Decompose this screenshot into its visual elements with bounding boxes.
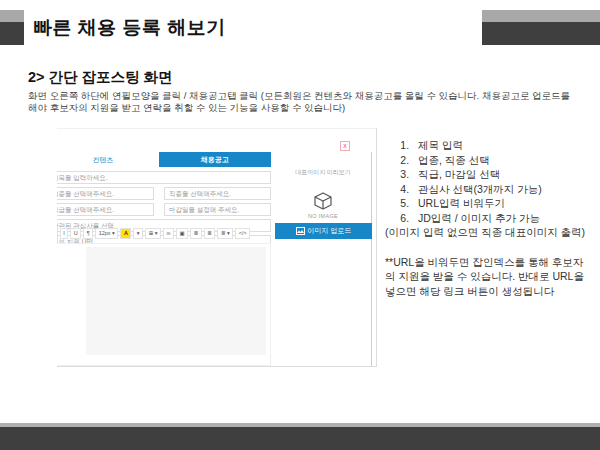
step-item: JD입력 / 이미지 추가 가능 bbox=[412, 211, 597, 226]
section-body: 화면 오른쪽 하단에 연필모양을 클릭 / 채용공고탭 클릭 (모든회원은 컨텐… bbox=[28, 90, 580, 113]
top-left-decoration-light bbox=[0, 10, 24, 22]
image-preview-panel: 대표이미지 미리보기 NO IMAGE 이미지 업로드 bbox=[275, 152, 372, 367]
align-left-button[interactable]: ≣ bbox=[190, 228, 202, 239]
title-input[interactable] bbox=[57, 171, 271, 184]
position-select[interactable] bbox=[57, 203, 154, 216]
step-item: 제목 입력 bbox=[412, 138, 597, 153]
top-right-decoration-light bbox=[482, 10, 600, 22]
image-icon bbox=[296, 227, 305, 235]
industry-select[interactable] bbox=[57, 187, 154, 200]
top-right-decoration-dark bbox=[482, 22, 600, 45]
font-size-select[interactable]: 12px ▾ bbox=[95, 228, 118, 239]
close-button[interactable]: x bbox=[340, 141, 350, 151]
tab-contents[interactable]: 컨텐츠 bbox=[57, 152, 159, 167]
no-image-label: NO IMAGE bbox=[275, 213, 371, 219]
code-view-button[interactable]: </> bbox=[235, 228, 250, 239]
image-upload-label: 이미지 업로드 bbox=[308, 226, 352, 236]
image-insert-button[interactable]: ▣ bbox=[176, 228, 188, 239]
tab-job-posting[interactable]: 채용공고 bbox=[159, 152, 271, 167]
preview-label: 대표이미지 미리보기 bbox=[275, 168, 371, 177]
deadline-input[interactable] bbox=[164, 203, 271, 216]
top-left-decoration-dark bbox=[0, 22, 24, 45]
jd-editor-area[interactable] bbox=[57, 243, 271, 366]
bold-button[interactable]: B bbox=[57, 228, 58, 239]
link-button[interactable]: ∞ bbox=[163, 228, 174, 239]
paragraph-button[interactable]: ¶ bbox=[83, 228, 93, 239]
editor-toolbar: B I U ¶ 12px ▾ A ▾ ⊞ ▾ ∞ ▣ ≣ ≣ ≣ ▾ </> bbox=[57, 228, 271, 239]
url-note: **URL을 비워두면 잡인덱스를 통해 후보자의 지원을 받을 수 있습니다.… bbox=[385, 255, 587, 299]
top-right-decoration bbox=[482, 10, 600, 45]
italic-button[interactable]: I bbox=[60, 228, 69, 239]
slide-title: 빠른 채용 등록 해보기 bbox=[33, 15, 226, 41]
align-center-button[interactable]: ≣ bbox=[204, 228, 216, 239]
step-item: URL입력 비워두기 bbox=[412, 196, 597, 211]
form-fields bbox=[57, 171, 271, 251]
jd-editor-content bbox=[86, 247, 266, 355]
step-item: 직급, 마감일 선택 bbox=[412, 167, 597, 182]
tab-bar: 컨텐츠 채용공고 bbox=[57, 152, 271, 167]
step-item: 관심사 선택(3개까지 가능) bbox=[412, 182, 597, 197]
font-color-button[interactable]: A bbox=[120, 228, 131, 239]
table-button[interactable]: ⊞ ▾ bbox=[145, 228, 161, 239]
steps-note: (이미지 입력 없으면 직종 대표이미지 출력) bbox=[385, 225, 597, 240]
align-right-button[interactable]: ≣ ▾ bbox=[217, 228, 233, 239]
occupation-select[interactable] bbox=[164, 187, 271, 200]
step-item: 업종, 직종 선택 bbox=[412, 153, 597, 168]
annotation-column: 제목 입력 업종, 직종 선택 직급, 마감일 선택 관심사 선택(3개까지 가… bbox=[385, 138, 597, 298]
section-heading: 2> 간단 잡포스팅 화면 bbox=[28, 68, 173, 87]
form-modal: x 컨텐츠 채용공고 B I bbox=[57, 129, 377, 366]
footer-decoration-dark bbox=[0, 427, 600, 450]
cube-icon bbox=[311, 190, 335, 211]
image-upload-button[interactable]: 이미지 업로드 bbox=[275, 223, 372, 239]
underline-button[interactable]: U bbox=[70, 228, 81, 239]
form-screenshot: x 컨텐츠 채용공고 B I bbox=[57, 128, 377, 367]
top-left-decoration bbox=[0, 10, 24, 45]
color-dropdown-button[interactable]: ▾ bbox=[133, 228, 143, 239]
steps-list: 제목 입력 업종, 직종 선택 직급, 마감일 선택 관심사 선택(3개까지 가… bbox=[385, 138, 597, 225]
